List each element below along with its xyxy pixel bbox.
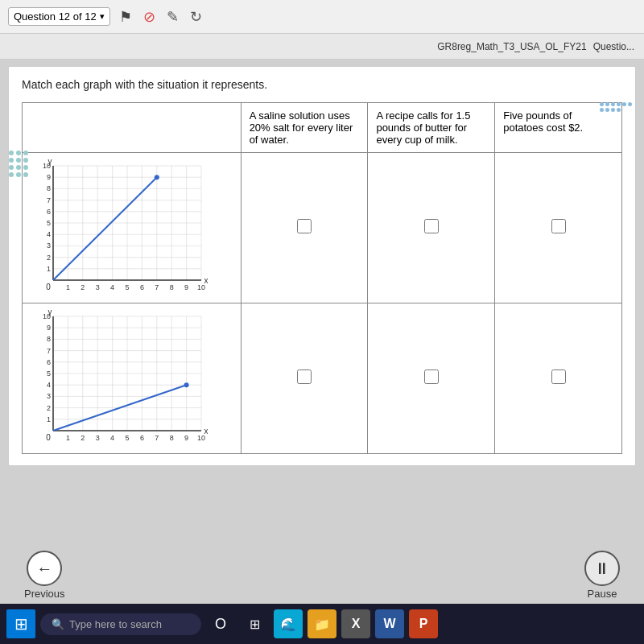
search-placeholder: Type here to search [69, 618, 162, 630]
start-button[interactable]: ⊞ [6, 609, 35, 638]
word-icon: W [383, 617, 395, 631]
pause-label: Pause [588, 588, 617, 600]
checkbox-input[interactable] [297, 219, 312, 233]
taskbar: ⊞ 🔍 Type here to search O ⊞ 🌊 📁 X W P [0, 604, 644, 644]
column-header-recipe: A recipe calls for 1.5 pounds of butter … [368, 103, 495, 153]
checkbox-row2-col2[interactable] [368, 303, 495, 454]
checkbox-input[interactable] [551, 369, 566, 384]
refresh-icon[interactable]: ↻ [188, 6, 204, 28]
checkbox-input[interactable] [297, 369, 312, 384]
taskbar-multitask[interactable]: ⊞ [240, 609, 269, 638]
question-selector[interactable]: Question 12 of 12 ▾ [8, 7, 110, 26]
bottom-navigation: ← Previous ⏸ Pause [0, 551, 644, 600]
chevron-down-icon: ▾ [100, 11, 105, 22]
column-header-saline: A saline solution uses 20% salt for ever… [241, 103, 368, 153]
checkbox-input[interactable] [424, 219, 439, 233]
app-x-label: X [352, 617, 361, 631]
main-content: Match each graph with the situation it r… [8, 66, 636, 466]
taskbar-browser[interactable]: 🌊 [274, 609, 303, 638]
question-instruction: Match each graph with the situation it r… [22, 78, 622, 91]
test-name: GR8reg_Math_T3_USA_OL_FY21 [437, 41, 586, 52]
taskbar-powerpoint[interactable]: P [409, 609, 438, 638]
previous-label: Previous [24, 588, 65, 600]
matching-table: A saline solution uses 20% salt for ever… [22, 102, 622, 454]
secondary-header: GR8reg_Math_T3_USA_OL_FY21 Questio... [0, 34, 644, 60]
checkbox-input[interactable] [424, 369, 439, 384]
question-label: Question 12 of 12 [14, 10, 97, 23]
search-icon: 🔍 [52, 618, 64, 630]
pencil-icon[interactable]: ✎ [164, 6, 181, 28]
folder-icon: 📁 [314, 617, 330, 632]
flag-icon[interactable]: ⚑ [117, 6, 134, 28]
windows-icon: ⊞ [14, 614, 28, 634]
question-ref: Questio... [593, 41, 634, 52]
toolbar: Question 12 of 12 ▾ ⚑ ⊘ ✎ ↻ [0, 0, 644, 34]
checkbox-row2-col1[interactable] [241, 303, 368, 454]
taskbar-cortana[interactable]: O [206, 609, 235, 638]
checkbox-row1-col3[interactable] [495, 153, 622, 303]
cancel-icon[interactable]: ⊘ [141, 6, 158, 28]
pause-circle[interactable]: ⏸ [584, 551, 620, 586]
taskbar-folder[interactable]: 📁 [308, 609, 336, 638]
graph-cell-2 [23, 303, 242, 454]
previous-button[interactable]: ← Previous [24, 551, 65, 600]
previous-circle[interactable]: ← [27, 551, 62, 586]
checkbox-input[interactable] [551, 219, 566, 233]
empty-header [23, 103, 242, 153]
table-row [23, 303, 622, 454]
graph-2-canvas [31, 310, 208, 447]
browser-icon: 🌊 [280, 617, 296, 632]
pause-icon: ⏸ [594, 559, 610, 578]
checkbox-row2-col3[interactable] [495, 303, 622, 454]
taskbar-app-x[interactable]: X [341, 609, 370, 638]
search-bar[interactable]: 🔍 Type here to search [40, 613, 201, 635]
pause-button[interactable]: ⏸ Pause [584, 551, 620, 600]
table-row [23, 153, 622, 303]
left-arrow-icon: ← [36, 559, 52, 578]
checkbox-row1-col1[interactable] [241, 153, 368, 303]
graph-cell-1 [23, 153, 242, 303]
taskbar-word[interactable]: W [375, 609, 404, 638]
pp-icon: P [419, 617, 428, 631]
graph-1-canvas [31, 159, 208, 296]
checkbox-row1-col2[interactable] [368, 153, 495, 303]
